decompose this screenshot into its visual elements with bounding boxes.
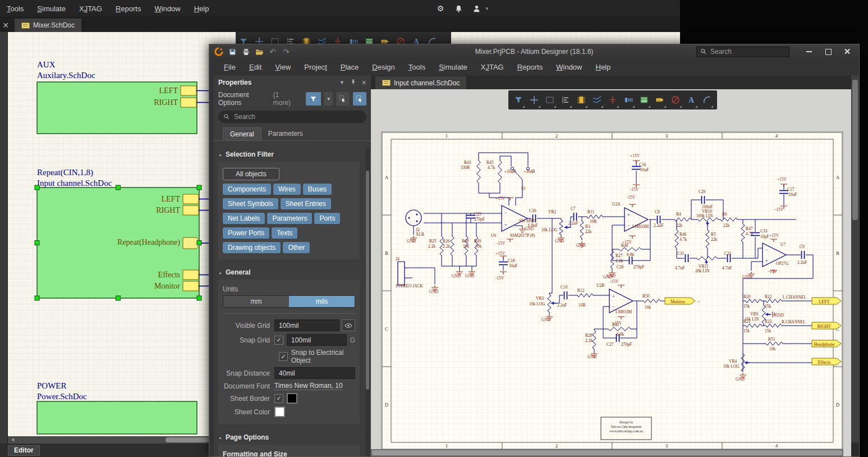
place-power-port-icon[interactable] — [330, 32, 346, 44]
menu-view[interactable]: View — [268, 63, 297, 71]
place-wire-icon[interactable] — [314, 32, 330, 44]
undo-icon[interactable]: ↶ — [268, 47, 278, 57]
filter-other-button[interactable]: Other — [283, 242, 310, 253]
tab-parameters[interactable]: Parameters — [261, 127, 310, 140]
bg-menu-tools[interactable]: Tools — [0, 4, 30, 13]
filter-parameters-button[interactable]: Parameters — [267, 213, 312, 224]
properties-scrollbar[interactable] — [365, 148, 370, 456]
place-text-icon[interactable]: A — [408, 32, 424, 44]
units-mm-button[interactable]: mm — [223, 296, 289, 307]
selection-filter-header[interactable]: ▲Selection Filter — [214, 146, 364, 161]
filter-drawing-objects-button[interactable]: Drawing objects — [223, 242, 281, 253]
save-icon[interactable] — [227, 47, 237, 57]
scrollbar-thumb[interactable] — [852, 80, 858, 220]
filter-texts-button[interactable]: Texts — [272, 227, 297, 239]
close-button[interactable]: ✕ — [839, 46, 856, 57]
menu-simulate[interactable]: Simulate — [432, 63, 474, 71]
title-bar[interactable]: ↶ ↷ Mixer.PrjPCB - Altium Designer (18.1… — [209, 44, 859, 59]
selection-handle[interactable] — [116, 185, 121, 190]
sheet-symbol-repeat-cin-1-8-[interactable]: Repeat(CIN,1,8)Input channel.SchDocLEFTR… — [37, 168, 209, 298]
menu-file[interactable]: File — [217, 63, 242, 71]
page-options-header[interactable]: ▲Page Options — [214, 429, 364, 444]
bg-menu-xjtag[interactable]: XJTAG — [72, 4, 109, 13]
document-font-value[interactable]: Times New Roman, 10 — [274, 382, 343, 390]
visible-grid-input[interactable]: 100mil — [274, 319, 339, 331]
visible-grid-eye-button[interactable] — [342, 319, 355, 331]
redo-icon[interactable]: ↷ — [281, 47, 291, 57]
selection-icon[interactable] — [542, 90, 558, 109]
filter-components-button[interactable]: Components — [223, 184, 271, 195]
selection-handle[interactable] — [197, 185, 201, 190]
snap-distance-input[interactable]: 40mil — [274, 367, 355, 379]
filter-all-objects-button[interactable]: All objects — [223, 168, 279, 180]
place-net-label-icon[interactable] — [621, 90, 636, 109]
place-sheet-symbol-icon[interactable] — [361, 32, 377, 44]
sheet-border-color-swatch[interactable] — [287, 393, 297, 404]
search-input[interactable]: Search — [696, 47, 789, 57]
place-sheet-symbol-icon[interactable] — [636, 90, 652, 109]
snap-grid-checkbox[interactable]: ✓ — [274, 336, 283, 345]
place-port-icon[interactable]: D1 — [377, 32, 393, 44]
input-channel-schematic[interactable]: 11223344AABBCCDD−++−+−−+Monitor>LEFT>RIG… — [381, 131, 843, 450]
filter-sheet-symbols-button[interactable]: Sheet Symbols — [223, 198, 278, 209]
selection-handle[interactable] — [35, 241, 39, 245]
filter-net-labels-button[interactable]: Net Labels — [223, 213, 265, 224]
place-part-icon[interactable] — [573, 90, 589, 109]
more-objects-link[interactable]: (1 more) — [273, 91, 297, 107]
background-horizontal-scrollbar[interactable]: ◄ — [8, 436, 209, 444]
open-folder-icon[interactable] — [254, 47, 264, 57]
menu-design[interactable]: Design — [365, 63, 401, 71]
scroll-left-arrow-icon[interactable]: ◄ — [10, 437, 15, 442]
place-text-icon[interactable]: A — [683, 90, 699, 109]
selection-icon[interactable] — [267, 32, 283, 44]
schematic-sheet[interactable]: 11223344AABBCCDD−++−+−−+Monitor>LEFT>RIG… — [381, 131, 843, 450]
panel-dropdown-icon[interactable]: ▼ — [339, 80, 345, 85]
place-port-icon[interactable]: D1 — [652, 90, 668, 109]
filter-icon[interactable] — [511, 90, 526, 109]
scrollbar-thumb[interactable] — [166, 437, 209, 442]
tab-input-channel-schdoc[interactable]: Input channel.SchDoc — [375, 76, 466, 89]
filter-ports-button[interactable]: Ports — [314, 213, 340, 224]
place-arc-icon[interactable] — [699, 90, 715, 109]
move-icon[interactable] — [251, 32, 267, 44]
maximize-button[interactable] — [820, 46, 837, 57]
menu-tools[interactable]: Tools — [402, 63, 432, 71]
scrollbar-thumb[interactable] — [372, 450, 842, 455]
menu-window[interactable]: Window — [549, 63, 589, 71]
bg-menu-simulate[interactable]: Simulate — [30, 4, 72, 13]
menu-place[interactable]: Place — [334, 63, 366, 71]
filter-sheet-entries-button[interactable]: Sheet Entries — [281, 198, 331, 209]
snap-grid-input[interactable]: 100mil — [287, 334, 347, 346]
move-icon[interactable] — [526, 90, 542, 109]
menu-help[interactable]: Help — [589, 63, 617, 71]
place-no-erc-icon[interactable] — [668, 90, 683, 109]
place-net-label-icon[interactable] — [346, 32, 361, 44]
notifications-bell-icon[interactable] — [453, 3, 463, 13]
general-section-header[interactable]: ▲General — [214, 264, 364, 278]
menu-edit[interactable]: Edit — [242, 63, 268, 71]
schematic-canvas[interactable]: D1A 11223344AABBCCDD−++−+−−+Monitor>LEFT… — [371, 89, 851, 456]
place-arc-icon[interactable] — [424, 32, 440, 44]
sheet-border-checkbox[interactable]: ✓ — [274, 394, 283, 403]
bg-menu-help[interactable]: Help — [187, 4, 216, 13]
chevron-down-icon[interactable]: ▼ — [485, 6, 489, 11]
align-icon[interactable] — [558, 90, 573, 109]
panel-pin-icon[interactable] — [350, 79, 356, 86]
menu-xjtag[interactable]: XJTAG — [474, 63, 511, 71]
editor-button[interactable]: Editor — [8, 445, 40, 456]
align-icon[interactable] — [283, 32, 298, 44]
user-account-icon[interactable] — [471, 3, 481, 13]
bg-menu-reports[interactable]: Reports — [109, 4, 148, 13]
close-icon[interactable]: ✕ — [1, 21, 10, 30]
properties-search-input[interactable]: Search — [218, 111, 366, 123]
filter-dropdown-icon[interactable]: ▼ — [324, 92, 333, 106]
tab-general[interactable]: General — [223, 127, 261, 140]
panel-close-icon[interactable]: × — [362, 78, 366, 87]
minimize-button[interactable] — [801, 46, 818, 57]
filter-icon[interactable] — [236, 32, 251, 44]
document-vertical-scrollbar[interactable] — [851, 75, 859, 442]
place-part-icon[interactable] — [298, 32, 314, 44]
selection-handle[interactable] — [116, 296, 121, 300]
filter-power-ports-button[interactable]: Power Ports — [223, 227, 269, 239]
place-wire-icon[interactable] — [589, 90, 605, 109]
